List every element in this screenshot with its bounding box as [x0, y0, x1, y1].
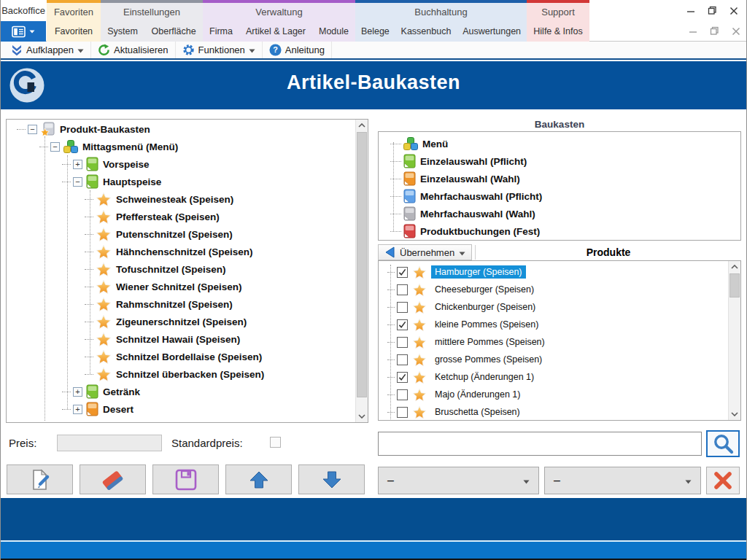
ribbon-group-label[interactable]: Einstellungen: [101, 0, 203, 21]
expand-expander-icon[interactable]: +: [73, 405, 82, 414]
move-up-button[interactable]: [225, 464, 292, 494]
collapse-expander-icon[interactable]: −: [73, 177, 82, 187]
product-row-mittlere-pommes-speisen[interactable]: mittlere Pommes (Speisen): [379, 333, 740, 351]
product-checkbox[interactable]: [397, 389, 408, 400]
baukasten-item-einzelauswahl-pflicht[interactable]: Einzelauswahl (Pflicht): [379, 152, 740, 170]
tree-item-pfeffersteak-speisen[interactable]: Pfeffersteak (Speisen): [7, 208, 368, 225]
product-checkbox[interactable]: [397, 284, 408, 295]
tree-item-wiener-schnitzel-speisen[interactable]: Wiener Schnitzel (Speisen): [7, 278, 368, 295]
tree-item-desert[interactable]: + Desert: [7, 400, 368, 418]
tree-item-schnitzel-bordellaise-speisen[interactable]: Schnitzel Bordellaise (Speisen): [7, 348, 368, 365]
ribbon-item-auswertungen[interactable]: Auswertungen: [461, 26, 522, 36]
filter-dropdown-2-value: –: [554, 474, 685, 487]
expand-expander-icon[interactable]: +: [73, 160, 82, 169]
scrollbar-thumb[interactable]: [729, 273, 740, 298]
preis-input[interactable]: [57, 435, 162, 451]
toolbar-anleitung-button[interactable]: ? Anleitung: [263, 42, 332, 58]
ribbon-item-artikel-lager[interactable]: Artikel & Lager: [244, 26, 307, 36]
tree-item-rahmschnitzel-speisen[interactable]: Rahmschnitzel (Speisen): [7, 295, 368, 313]
ribbon-item-hilfe-infos[interactable]: Hilfe & Infos: [532, 26, 584, 36]
expand-expander-icon[interactable]: +: [73, 387, 82, 397]
ribbon-item-system[interactable]: System: [106, 26, 139, 36]
baukasten-item-mehrfachauswahl-wahl[interactable]: Mehrfachauswahl (Wahl): [379, 205, 740, 222]
toolbar-aufklappen-button[interactable]: Aufklappen: [4, 42, 91, 58]
tree-item-zigeunerschnitzel-speisen[interactable]: Zigeunerschnitzel (Speisen): [7, 313, 368, 330]
tree-item-produkt-baukasten[interactable]: − Produkt-Baukasten: [7, 120, 368, 138]
ribbon-item-kassenbuch[interactable]: Kassenbuch: [400, 26, 453, 36]
close-button[interactable]: [729, 7, 738, 15]
tree-item-getränk[interactable]: + Getränk: [7, 383, 368, 400]
tree-guide: [393, 142, 394, 231]
product-checkbox[interactable]: [397, 302, 408, 313]
ribbon-group-label[interactable]: Buchhaltung: [355, 0, 527, 21]
tree-item-schweinesteak-speisen[interactable]: Schweinesteak (Speisen): [7, 190, 368, 208]
tab-backoffice[interactable]: Backoffice: [0, 0, 47, 21]
move-down-button[interactable]: [298, 464, 365, 494]
tree-item-hauptspeise[interactable]: − Hauptspeise: [7, 173, 368, 190]
product-row-ketchup-änderungen-1[interactable]: Ketchup (Änderungen 1): [379, 368, 740, 386]
scroll-up-icon[interactable]: [729, 261, 740, 273]
produkte-scrollbar[interactable]: [728, 261, 740, 420]
tree-item-schnitzel-hawaii-speisen[interactable]: Schnitzel Hawaii (Speisen): [7, 330, 368, 348]
ribbon-item-favoriten[interactable]: Favoriten: [53, 26, 94, 36]
product-row-bruschetta-speisen[interactable]: Bruschetta (Speisen): [379, 403, 740, 421]
product-checkbox[interactable]: [397, 267, 408, 278]
minimize-button[interactable]: [686, 7, 695, 15]
document-maximize-button[interactable]: [710, 26, 719, 36]
document-minimize-button[interactable]: [689, 27, 697, 36]
product-checkbox[interactable]: [397, 337, 408, 348]
baukasten-item-menü[interactable]: Menü: [379, 135, 740, 152]
ribbon-group-label[interactable]: Favoriten: [47, 0, 101, 21]
ribbon-item-firma[interactable]: Firma: [208, 26, 234, 36]
scroll-down-icon[interactable]: [356, 411, 368, 422]
erase-button[interactable]: [80, 464, 146, 494]
product-label: Hamburger (Speisen): [431, 265, 526, 279]
product-checkbox[interactable]: [397, 354, 408, 365]
collapse-expander-icon[interactable]: −: [50, 142, 60, 152]
ribbon-group-label[interactable]: Verwaltung: [203, 0, 355, 21]
tree-item-mittagsmenü-menü[interactable]: − Mittagsmenü (Menü): [7, 138, 368, 155]
tree-scrollbar[interactable]: [355, 120, 368, 422]
baukasten-item-produktbuchungen-fest[interactable]: Produktbuchungen (Fest): [379, 222, 740, 240]
baukasten-item-einzelauswahl-wahl[interactable]: Einzelauswahl (Wahl): [379, 170, 740, 187]
product-row-cheeseburger-speisen[interactable]: Cheeseburger (Speisen): [379, 281, 740, 298]
search-input[interactable]: [378, 432, 702, 456]
product-row-kleine-pommes-speisen[interactable]: kleine Pommes (Speisen): [379, 316, 740, 333]
product-row-majo-änderungen-1[interactable]: Majo (Änderungen 1): [379, 386, 740, 403]
tree-item-hähnchenschnitzel-speisen[interactable]: Hähnchenschnitzel (Speisen): [7, 243, 368, 260]
product-checkbox[interactable]: [397, 319, 408, 330]
filter-dropdown-2[interactable]: –: [544, 467, 701, 494]
page-star-icon: [41, 122, 55, 137]
standardpreis-checkbox[interactable]: [270, 437, 281, 448]
document-close-button[interactable]: [732, 27, 740, 36]
app-menu-button[interactable]: [0, 21, 46, 42]
product-row-hamburger-speisen[interactable]: Hamburger (Speisen): [379, 263, 740, 281]
save-button[interactable]: [152, 464, 219, 494]
edit-button[interactable]: [7, 464, 73, 494]
ribbon-item-belege[interactable]: Belege: [360, 26, 391, 36]
toolbar-aktualisieren-button[interactable]: Aktualisieren: [91, 42, 175, 58]
tree-item-tofuschnitzel-speisen[interactable]: Tofuschnitzel (Speisen): [7, 260, 368, 278]
product-row-grosse-pommes-speisen[interactable]: grosse Pommes (Speisen): [379, 351, 740, 368]
maximize-button[interactable]: [708, 6, 717, 15]
scroll-up-icon[interactable]: [356, 120, 368, 131]
tree-item-vorspeise[interactable]: + Vorspeise: [7, 155, 368, 173]
filter-dropdown-1[interactable]: –: [378, 467, 539, 494]
ribbon-group-label[interactable]: Support: [527, 0, 589, 21]
ribbon-item-module[interactable]: Module: [317, 26, 350, 36]
apply-button[interactable]: Übernehmen: [378, 244, 472, 260]
product-row-chickenburger-speisen[interactable]: Chickenburger (Speisen): [379, 298, 740, 316]
product-checkbox[interactable]: [397, 407, 408, 418]
clear-filter-button[interactable]: [706, 467, 740, 494]
baukasten-item-mehrfachauswahl-pflicht[interactable]: Mehrfachauswahl (Pflicht): [379, 187, 740, 205]
ribbon-item-oberfläche[interactable]: Oberfläche: [150, 26, 198, 36]
tree-item-schnitzel-überbacken-speisen[interactable]: Schnitzel überbacken (Speisen): [7, 365, 368, 383]
tree-item-putenschnitzel-speisen[interactable]: Putenschnitzel (Speisen): [7, 225, 368, 243]
collapse-expander-icon[interactable]: −: [28, 125, 37, 134]
product-checkbox[interactable]: [397, 372, 408, 383]
toolbar-funktionen-button[interactable]: Funktionen: [176, 42, 263, 58]
scroll-down-icon[interactable]: [729, 408, 740, 420]
search-button[interactable]: [706, 430, 740, 457]
star-icon: [96, 297, 112, 312]
scrollbar-thumb[interactable]: [357, 132, 367, 397]
